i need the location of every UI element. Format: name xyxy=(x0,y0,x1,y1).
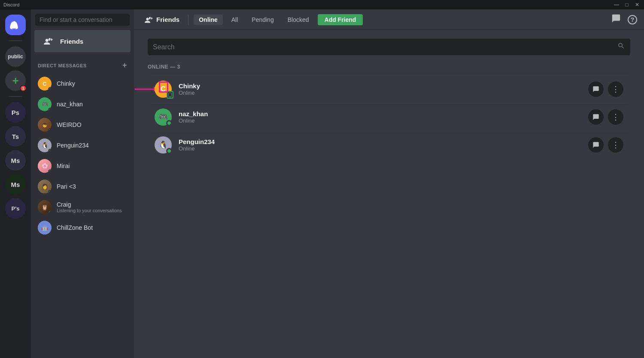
help-icon[interactable]: ? xyxy=(628,15,637,24)
server-divider xyxy=(9,40,22,41)
friend-name-chinky: Chinky xyxy=(179,82,588,90)
avatar-mirai: 🌸 xyxy=(38,159,52,173)
status-pari xyxy=(48,190,52,193)
add-server-icon: + xyxy=(12,74,18,87)
friend-name-penguin234: Penguin234 xyxy=(179,138,588,145)
tab-pending-label: Pending xyxy=(252,16,273,23)
search-bar xyxy=(148,39,630,55)
tab-blocked-label: Blocked xyxy=(288,16,309,23)
dm-item-pari[interactable]: 👩 Pari <3 xyxy=(34,176,131,197)
friend-item-chinky[interactable]: C Chinky Online xyxy=(148,75,630,103)
avatar-weirdo: 👦 xyxy=(38,118,52,132)
inbox-icon[interactable] xyxy=(611,14,621,25)
server-icon-ms1[interactable]: Ms xyxy=(5,150,26,171)
server-sidebar: public + 1 Ps Ts Ms Ms P's xyxy=(0,9,31,358)
server-icon-ps2[interactable]: P's xyxy=(5,198,26,219)
status-penguin234 xyxy=(48,149,52,152)
friend-status-penguin234: Online xyxy=(179,145,588,152)
friend-item-penguin234[interactable]: 🐧 Penguin234 Online ⋮ xyxy=(148,131,630,159)
server-icon-public[interactable]: public xyxy=(5,46,26,67)
more-button-penguin234[interactable]: ⋮ xyxy=(608,137,623,153)
more-button-naz-khan[interactable]: ⋮ xyxy=(608,109,623,125)
server-icon-home[interactable] xyxy=(5,15,26,35)
message-button-naz-khan[interactable] xyxy=(588,109,604,125)
dm-name-craig: Craig xyxy=(57,201,122,208)
server-label-ps: Ps xyxy=(12,109,19,116)
direct-messages-label: DIRECT MESSAGES xyxy=(38,63,87,68)
titlebar-controls: — □ ✕ xyxy=(613,2,641,8)
dm-name-chinky: Chinky xyxy=(57,80,75,87)
friend-avatar-penguin234: 🐧 xyxy=(155,136,172,153)
dm-list: C Chinky 🎮 naz_khan 👦 xyxy=(31,72,134,358)
tab-friends[interactable]: Friends xyxy=(141,14,183,25)
mobile-status-icon xyxy=(167,91,173,99)
friend-status-dot-naz-khan xyxy=(166,120,172,126)
dm-name-weirdo: WEIRDO xyxy=(57,121,82,128)
friend-avatar-chinky: C xyxy=(155,81,172,98)
dm-item-craig[interactable]: 🦉 Craig Listening to your conversations xyxy=(34,197,131,217)
status-naz-khan xyxy=(48,108,52,111)
friends-icon xyxy=(41,34,55,48)
header-icons: ? xyxy=(611,14,637,25)
avatar-pari: 👩 xyxy=(38,180,52,193)
main-content: Friends Online All Pending Blocked Add F… xyxy=(134,9,644,358)
avatar-chinky: C xyxy=(38,77,52,90)
more-button-chinky[interactable]: ⋮ xyxy=(608,81,623,97)
search-icon xyxy=(617,42,625,52)
online-count-header: ONLINE — 3 xyxy=(148,64,630,70)
status-weirdo xyxy=(48,128,52,132)
avatar-chillzone: 🤖 xyxy=(38,221,52,235)
friend-status-naz-khan: Online xyxy=(179,117,588,124)
friend-item-naz-khan[interactable]: 🎮 naz_khan Online ⋮ xyxy=(148,103,630,131)
avatar-craig: 🦉 xyxy=(38,200,52,214)
tab-pending[interactable]: Pending xyxy=(246,15,279,25)
tab-blocked[interactable]: Blocked xyxy=(283,15,314,25)
dm-name-chillzone: ChillZone Bot xyxy=(57,224,93,231)
dm-sidebar: Friends DIRECT MESSAGES + C Chinky xyxy=(31,9,134,358)
tab-online[interactable]: Online xyxy=(194,15,223,25)
friend-actions-naz-khan: ⋮ xyxy=(588,109,623,125)
avatar-naz-khan: 🎮 xyxy=(38,97,52,111)
friends-tab-label: Friends xyxy=(156,16,179,23)
dm-item-chillzone[interactable]: 🤖 ChillZone Bot xyxy=(34,217,131,238)
server-divider-2 xyxy=(9,96,22,97)
server-icon-ts[interactable]: Ts xyxy=(5,126,26,147)
friend-status-chinky: Online xyxy=(179,90,588,96)
friends-header-icon xyxy=(144,16,153,23)
friend-name-naz-khan: naz_khan xyxy=(179,110,588,117)
status-chinky xyxy=(48,87,52,90)
add-friend-button[interactable]: Add Friend xyxy=(318,14,363,25)
message-button-chinky[interactable] xyxy=(588,81,604,97)
minimize-button[interactable]: — xyxy=(613,2,620,8)
server-icon-ps[interactable]: Ps xyxy=(5,102,26,123)
server-icon-add[interactable]: + 1 xyxy=(5,70,26,91)
dm-item-weirdo[interactable]: 👦 WEIRDO xyxy=(34,114,131,135)
dm-name-pari: Pari <3 xyxy=(57,183,76,190)
titlebar-title: Discord xyxy=(3,2,19,7)
sidebar-item-friends[interactable]: Friends xyxy=(34,30,131,52)
server-icon-ms2[interactable]: Ms xyxy=(5,174,26,195)
arrow-line xyxy=(135,89,155,90)
search-input[interactable] xyxy=(153,43,617,51)
maximize-button[interactable]: □ xyxy=(623,2,630,8)
status-mirai xyxy=(48,169,52,173)
find-conversation-input[interactable] xyxy=(35,14,130,26)
friend-status-dot-penguin234 xyxy=(166,148,172,154)
avatar-penguin234: 🐧 xyxy=(38,138,52,152)
app-layout: public + 1 Ps Ts Ms Ms P's xyxy=(0,9,644,358)
dm-name-naz-khan: naz_khan xyxy=(57,101,83,108)
dm-item-penguin234[interactable]: 🐧 Penguin234 xyxy=(34,135,131,156)
server-label-ms1: Ms xyxy=(11,157,20,164)
dm-item-chinky[interactable]: C Chinky xyxy=(34,73,131,94)
dm-item-mirai[interactable]: 🌸 Mirai xyxy=(34,156,131,176)
close-button[interactable]: ✕ xyxy=(634,2,641,8)
dm-name-mirai: Mirai xyxy=(57,162,70,169)
friend-actions-penguin234: ⋮ xyxy=(588,137,623,153)
add-badge: 1 xyxy=(20,85,27,92)
add-dm-button[interactable]: + xyxy=(122,61,127,70)
svg-rect-1 xyxy=(169,96,171,96)
dm-item-naz-khan[interactable]: 🎮 naz_khan xyxy=(34,94,131,114)
tab-all[interactable]: All xyxy=(226,15,243,25)
message-button-penguin234[interactable] xyxy=(588,137,604,153)
arrow-indicator xyxy=(135,89,155,90)
